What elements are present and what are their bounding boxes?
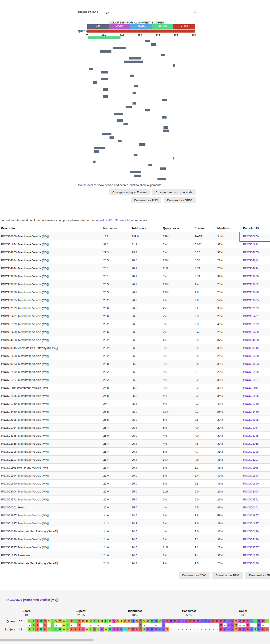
download-as-png-button[interactable]: Download as PNG — [212, 572, 243, 579]
pncshub-id-link[interactable]: PNCS01165 — [243, 466, 258, 469]
pncshub-id-link[interactable]: PNCS03028 — [243, 290, 259, 294]
hit-bar[interactable] — [94, 147, 105, 149]
pncshub-id-link[interactable]: PNCS02103 — [243, 458, 259, 461]
pncshub-id-link[interactable]: PNCS02895 — [243, 418, 259, 421]
pncshub-id-link[interactable]: PNCS02139 — [243, 306, 259, 310]
residue-cell: E — [131, 628, 135, 632]
pncshub-id-link[interactable]: PNCS01398 — [243, 450, 259, 453]
query-select[interactable]: LF — [105, 10, 196, 15]
hit-bar[interactable] — [157, 178, 166, 180]
hit-bar[interactable] — [145, 40, 150, 42]
hit-bar[interactable] — [94, 150, 99, 152]
hit-bar[interactable] — [148, 164, 152, 166]
hit-bar[interactable] — [100, 50, 112, 52]
hit-bar[interactable] — [129, 57, 141, 60]
hit-bar[interactable] — [161, 54, 165, 56]
change-scoring-to-e-value-button[interactable]: Change scoring to E value — [109, 189, 150, 195]
hit-bar[interactable] — [163, 126, 168, 129]
pncshub-id-link[interactable]: PNCS00120 — [243, 530, 259, 533]
hit-bar[interactable] — [103, 95, 108, 98]
hit-bar[interactable] — [139, 143, 145, 146]
hit-bar[interactable] — [173, 64, 175, 66]
download-as-jpeg-button[interactable]: Download as JPEG — [164, 197, 196, 203]
pncshub-id-link[interactable]: PNCS04244 — [243, 266, 259, 270]
hit-bar[interactable] — [93, 160, 96, 163]
residue-cell: - — [215, 628, 219, 632]
pncshub-id-link[interactable]: PNCS01690 — [243, 482, 259, 485]
hit-bar[interactable] — [134, 174, 141, 177]
match-cell: K — [230, 623, 234, 628]
scrollbar-thumb[interactable] — [0, 639, 93, 642]
pncshub-id-link[interactable]: PNCS01627 — [243, 522, 259, 525]
download-as-png-button[interactable]: Download as PNG — [131, 197, 161, 203]
pncshub-id-link[interactable]: PNCS01927 — [243, 378, 259, 382]
hit-bar[interactable] — [113, 47, 126, 49]
pncshub-id-link[interactable]: PNCS02004 — [243, 490, 259, 493]
hit-bar[interactable] — [133, 102, 136, 104]
pncshub-id-link[interactable]: PNCS03882 — [243, 282, 259, 286]
hit-bar[interactable] — [124, 60, 143, 63]
pncshub-id-link[interactable]: PNCS00600 — [243, 235, 259, 238]
hit-bar[interactable] — [151, 43, 156, 46]
pncshub-id-link[interactable]: PNCS01034 — [243, 426, 259, 429]
hit-bar[interactable] — [102, 133, 112, 135]
pncshub-id-link[interactable]: PNCS01885 — [243, 394, 259, 398]
download-as-csv-button[interactable]: Download as CSV — [179, 572, 210, 579]
hit-bar[interactable] — [110, 136, 114, 139]
pncshub-id-link[interactable]: PNCS04058 — [243, 338, 259, 342]
pncshub-id-link[interactable]: PNCS03200 — [243, 274, 259, 278]
residue-cell: L — [51, 619, 54, 623]
pncshub-id-link[interactable]: PNCS02068 — [243, 442, 259, 445]
pncshub-id-link[interactable]: PNCS01460 — [243, 330, 259, 334]
download-as-jpeg-button[interactable]: Download as JPEG — [246, 572, 270, 579]
pncshub-id-link[interactable]: PNCS00202 — [243, 506, 259, 509]
hit-bar[interactable] — [124, 123, 128, 125]
pncshub-id-link[interactable]: PNCS00139 — [243, 562, 259, 565]
pncshub-id-link[interactable]: PNCS03885 — [243, 298, 259, 302]
hit-bar-top-alignment[interactable] — [88, 36, 121, 39]
pncshub-id-link[interactable]: PNCS04345 — [243, 434, 259, 437]
pncshub-id-link[interactable]: PNCS04034 — [243, 259, 259, 262]
change-colours-to-grayscale-button[interactable]: Change colours to grayscale — [152, 189, 196, 195]
pncshub-id-link[interactable]: PNCS01235 — [243, 554, 259, 557]
hit-bar[interactable] — [134, 154, 137, 156]
pncshub-id-link[interactable]: PNCS00145 — [243, 346, 259, 350]
hit-bar[interactable] — [89, 68, 93, 70]
hit-bar[interactable] — [162, 116, 166, 118]
pncshub-id-link[interactable]: PNCS03787 — [243, 546, 259, 549]
hit-bar[interactable] — [133, 92, 136, 94]
hit-bar[interactable] — [103, 88, 108, 91]
hit-bar[interactable] — [114, 113, 123, 115]
hit-bar[interactable] — [145, 109, 150, 112]
pncshub-id-link[interactable]: PNCS01195 — [243, 386, 258, 390]
pncshub-id-link[interactable]: PNCS01979 — [243, 322, 259, 326]
pncshub-id-link[interactable]: PNCS01594 — [243, 474, 259, 477]
hit-bar[interactable] — [160, 168, 166, 170]
pncshub-id-link[interactable]: PNCS01459 — [243, 370, 259, 374]
pncshub-id-link[interactable]: PNCS01458 — [243, 354, 259, 358]
hit-bar[interactable] — [101, 71, 108, 74]
hit-bar[interactable] — [130, 74, 134, 77]
pncshub-id-link[interactable]: PNCS04450 — [243, 410, 259, 414]
pncshub-id-link[interactable]: PNCS04189 — [243, 538, 259, 541]
hit-bar[interactable] — [101, 78, 108, 80]
hit-bar[interactable] — [126, 106, 132, 108]
hit-bar[interactable] — [134, 85, 138, 87]
pncshub-id-link[interactable]: PNCS03957 — [243, 514, 259, 517]
blast-glossary-link[interactable]: original BLAST Glossary — [94, 218, 126, 222]
hit-bar[interactable] — [117, 120, 123, 122]
hit-bar[interactable] — [173, 157, 174, 160]
pncshub-id-link[interactable]: PNCS01461 — [243, 314, 259, 318]
pncshub-id-link[interactable]: PNCS00003 — [243, 362, 259, 366]
hit-bar[interactable] — [118, 140, 122, 142]
pncshub-id-link[interactable]: PNCS01844 — [243, 243, 259, 246]
hit-bar[interactable] — [162, 99, 167, 101]
alignment-horizontal-scrollbar[interactable] — [0, 638, 270, 642]
hit-bar[interactable] — [130, 171, 141, 173]
residue-cell: G — [146, 619, 150, 623]
hit-bar[interactable] — [93, 81, 97, 84]
pncshub-id-link[interactable]: PNCS04205 — [243, 251, 259, 254]
pncshub-id-link[interactable]: PNCS03571 — [243, 498, 259, 501]
pncshub-id-link[interactable]: PNCS01349 — [243, 402, 259, 406]
hit-bar[interactable] — [163, 130, 169, 132]
